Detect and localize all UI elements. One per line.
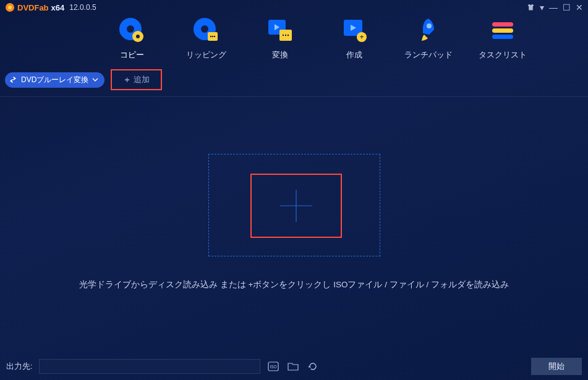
tab-tasklist[interactable]: タスクリスト bbox=[476, 16, 529, 61]
copy-disc-icon bbox=[117, 16, 146, 44]
tab-launchpad-label: ランチパッド bbox=[404, 49, 453, 61]
main-tabs: コピー リッピング 変換 + 作成 ランチパッド タスクリスト bbox=[0, 14, 588, 64]
bottom-bar: 出力先: ISO 開始 bbox=[0, 358, 588, 375]
svg-point-7 bbox=[201, 25, 208, 33]
tab-tasklist-label: タスクリスト bbox=[479, 49, 527, 61]
svg-point-1 bbox=[8, 6, 12, 9]
titlebar: DVDFab x64 12.0.0.5 ▾ — ☐ ✕ bbox=[0, 0, 588, 14]
tab-copy-label: コピー bbox=[120, 49, 144, 61]
start-button[interactable]: 開始 bbox=[531, 358, 582, 375]
svg-point-17 bbox=[288, 35, 289, 36]
svg-point-11 bbox=[214, 36, 215, 37]
mode-pill[interactable]: DVDブルーレイ変換 bbox=[5, 72, 104, 88]
dropdown-caret-icon[interactable]: ▾ bbox=[540, 3, 544, 12]
svg-point-3 bbox=[127, 25, 134, 33]
tasklist-icon bbox=[488, 16, 517, 44]
brand-prefix: DVDFab bbox=[17, 3, 49, 12]
launchpad-rocket-icon bbox=[414, 16, 443, 44]
svg-point-5 bbox=[136, 35, 140, 38]
drop-hint-text: 光学ドライブからディスク読み込み または +ボタンをクリックし ISOファイル … bbox=[0, 279, 588, 290]
app-brand: DVDFab x64 12.0.0.5 bbox=[5, 2, 96, 12]
svg-text:+: + bbox=[359, 33, 364, 41]
svg-point-15 bbox=[283, 35, 284, 36]
tab-convert-label: 変換 bbox=[272, 49, 288, 61]
brand-arch: x64 bbox=[51, 3, 65, 12]
convert-icon bbox=[266, 16, 294, 44]
tab-ripping-label: リッピング bbox=[186, 49, 226, 61]
close-icon[interactable]: ✕ bbox=[576, 3, 583, 12]
start-button-label: 開始 bbox=[548, 361, 565, 371]
refresh-button[interactable] bbox=[306, 360, 320, 373]
maximize-icon[interactable]: ☐ bbox=[563, 3, 571, 12]
add-button[interactable]: ＋ 追加 bbox=[111, 69, 162, 90]
tab-convert[interactable]: 変換 bbox=[254, 16, 307, 61]
svg-rect-24 bbox=[492, 28, 513, 33]
tab-create[interactable]: + 作成 bbox=[328, 16, 381, 61]
svg-text:ISO: ISO bbox=[270, 365, 276, 369]
app-logo-icon bbox=[5, 2, 15, 12]
create-icon: + bbox=[340, 16, 369, 44]
add-button-label: 追加 bbox=[134, 74, 150, 85]
output-path-field[interactable] bbox=[39, 359, 260, 374]
drop-stage: 光学ドライブからディスク読み込み または +ボタンをクリックし ISOファイル … bbox=[0, 97, 588, 341]
shirt-icon[interactable] bbox=[527, 3, 535, 12]
svg-point-9 bbox=[210, 36, 211, 37]
svg-point-16 bbox=[285, 35, 286, 36]
folder-output-button[interactable] bbox=[286, 360, 300, 373]
window-controls: ▾ — ☐ ✕ bbox=[527, 3, 583, 12]
large-plus-icon bbox=[276, 186, 316, 226]
sub-toolbar: DVDブルーレイ変換 ＋ 追加 bbox=[0, 64, 588, 97]
svg-point-10 bbox=[212, 36, 213, 37]
plus-icon: ＋ bbox=[123, 74, 131, 85]
ripping-icon bbox=[192, 16, 220, 44]
tab-create-label: 作成 bbox=[346, 49, 362, 61]
drop-zone-add[interactable] bbox=[250, 174, 342, 238]
minimize-icon[interactable]: — bbox=[549, 3, 558, 12]
tab-copy[interactable]: コピー bbox=[105, 16, 158, 61]
app-version: 12.0.0.5 bbox=[69, 3, 96, 12]
iso-output-button[interactable]: ISO bbox=[266, 360, 280, 373]
chevron-down-icon bbox=[92, 77, 98, 83]
output-label: 出力先: bbox=[6, 361, 33, 372]
swap-arrows-icon bbox=[9, 75, 17, 84]
svg-rect-23 bbox=[492, 22, 513, 27]
tab-launchpad[interactable]: ランチパッド bbox=[402, 16, 455, 61]
svg-point-22 bbox=[427, 23, 432, 28]
tab-ripping[interactable]: リッピング bbox=[179, 16, 232, 61]
mode-pill-label: DVDブルーレイ変換 bbox=[21, 75, 88, 85]
svg-rect-25 bbox=[492, 35, 513, 39]
